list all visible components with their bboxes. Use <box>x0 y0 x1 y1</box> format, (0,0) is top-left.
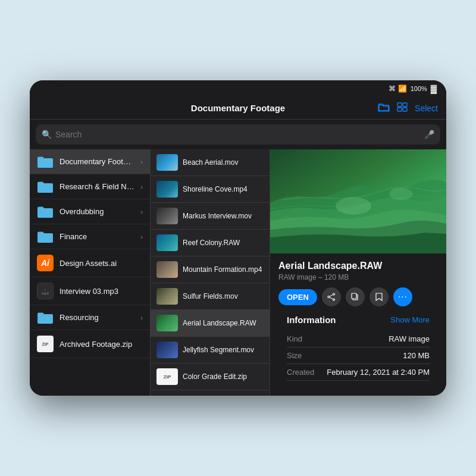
file-item-jellyfish-segment[interactable]: Jellyfish Segment.mov <box>151 337 270 364</box>
info-header: Information Show More <box>287 315 430 325</box>
file-thumb <box>156 315 178 331</box>
folder-icon <box>37 205 54 218</box>
svg-rect-3 <box>403 108 407 111</box>
more-button[interactable]: ··· <box>393 287 412 306</box>
sidebar-label-research-field-notes: Research & Field Notes <box>60 182 134 191</box>
search-icon: 🔍 <box>42 130 52 139</box>
folder-icon <box>37 155 54 168</box>
bookmark-button[interactable] <box>369 287 389 306</box>
info-row-created: Created February 12, 2021 at 2:40 PM <box>287 364 430 381</box>
file-name-reef-colony: Reef Colony.RAW <box>183 239 264 247</box>
info-row-size: Size 120 MB <box>287 347 430 364</box>
file-thumb <box>156 234 178 251</box>
info-value-kind: RAW image <box>389 334 430 343</box>
file-item-reef-colony[interactable]: Reef Colony.RAW <box>151 230 270 256</box>
sidebar-item-archived-footage[interactable]: ZIP Archived Footage.zip <box>30 330 150 358</box>
battery-text: 100% <box>411 85 427 92</box>
info-section-title: Information <box>287 315 336 325</box>
svg-point-5 <box>336 197 371 215</box>
sidebar-label-finance: Finance <box>60 232 134 241</box>
sidebar-item-research-field-notes[interactable]: Research & Field Notes › <box>30 174 150 199</box>
file-thumb <box>156 208 178 224</box>
svg-point-6 <box>389 188 413 200</box>
sidebar-label-documentary-footage: Documentary Footage <box>60 157 134 166</box>
sidebar-label-interview: Interview 03.mp3 <box>60 287 143 296</box>
svg-rect-1 <box>403 103 407 107</box>
share-button[interactable] <box>322 287 341 306</box>
device: ⌘ 📶 100% ▓ Documentary Footage Selec <box>30 80 446 396</box>
file-thumb <box>156 342 178 358</box>
search-bar[interactable]: 🔍 🎤 <box>36 124 440 145</box>
open-button[interactable]: OPEN <box>278 289 317 305</box>
file-thumb <box>156 154 178 171</box>
file-name-beach-aerial: Beach Aerial.mov <box>183 158 264 167</box>
sidebar-item-overdubbing[interactable]: Overdubbing › <box>30 199 150 224</box>
sidebar-item-interview[interactable]: ♪ mp3 Interview 03.mp3 <box>30 277 150 305</box>
sidebar-label-design-assets: Design Assets.ai <box>60 259 143 268</box>
svg-rect-13 <box>352 293 356 299</box>
file-thumb <box>156 261 178 278</box>
sidebar-item-resourcing[interactable]: Resourcing › <box>30 305 150 330</box>
title-bar-actions: Select <box>378 102 438 114</box>
mic-icon[interactable]: 🎤 <box>424 130 434 139</box>
battery-icon: ▓ <box>431 84 437 93</box>
file-name-shoreline-cove: Shoreline Cove.mp4 <box>183 185 264 193</box>
file-item-beach-aerial[interactable]: Beach Aerial.mov <box>151 149 270 176</box>
info-row-kind: Kind RAW image <box>287 331 430 347</box>
file-thumb <box>156 288 178 305</box>
sidebar-item-finance[interactable]: Finance › <box>30 224 150 249</box>
sidebar-label-resourcing: Resourcing <box>60 313 134 322</box>
show-more-button[interactable]: Show More <box>390 315 430 324</box>
svg-point-7 <box>333 293 334 295</box>
action-buttons: OPEN <box>278 287 438 306</box>
file-info-section: Aerial Landscape.RAW RAW image – 120 MB … <box>270 253 446 386</box>
info-label-kind: Kind <box>287 334 302 343</box>
file-name-mountain-formation: Mountain Formation.mp4 <box>183 265 264 274</box>
file-item-color-grade-edit[interactable]: ZIP Color Grade Edit.zip <box>151 364 270 390</box>
copy-button[interactable] <box>346 287 365 306</box>
title-bar: Documentary Footage Select <box>30 97 446 120</box>
info-value-size: 120 MB <box>403 351 430 360</box>
chevron-icon: › <box>140 314 143 321</box>
sidebar-item-design-assets[interactable]: Ai Design Assets.ai <box>30 249 150 277</box>
files-column: Beach Aerial.mov Shoreline Cove.mp4 Mark… <box>151 149 270 396</box>
info-value-created: February 12, 2021 at 2:40 PM <box>327 368 430 377</box>
file-item-mountain-formation[interactable]: Mountain Formation.mp4 <box>151 256 270 283</box>
file-item-aerial-landscape[interactable]: Aerial Landscape.RAW <box>151 310 270 337</box>
detail-file-title: Aerial Landscape.RAW <box>278 261 438 271</box>
detail-file-subtitle: RAW image – 120 MB <box>278 273 438 281</box>
svg-rect-0 <box>397 103 402 107</box>
file-name-jellyfish-segment: Jellyfish Segment.mov <box>183 346 264 354</box>
chevron-icon: › <box>140 158 143 165</box>
svg-line-10 <box>330 295 333 296</box>
file-name-aerial-landscape: Aerial Landscape.RAW <box>183 319 264 327</box>
file-thumb: ZIP <box>156 368 178 385</box>
svg-rect-2 <box>397 108 402 111</box>
svg-line-11 <box>330 298 333 299</box>
file-item-shoreline-cove[interactable]: Shoreline Cove.mp4 <box>151 176 270 203</box>
svg-point-8 <box>328 296 330 298</box>
sidebar: Documentary Footage › Research & Field N… <box>30 149 151 396</box>
sidebar-label-archived-footage: Archived Footage.zip <box>60 340 143 349</box>
preview-image <box>270 149 446 253</box>
folder-icon <box>37 311 54 324</box>
info-label-created: Created <box>287 368 314 377</box>
status-bar: ⌘ 📶 100% ▓ <box>30 80 446 97</box>
grid-icon[interactable] <box>397 102 408 114</box>
sidebar-label-overdubbing: Overdubbing <box>60 207 134 216</box>
file-name-markus-interview: Markus Interview.mov <box>183 212 264 220</box>
file-item-sulfur-fields[interactable]: Sulfur Fields.mov <box>151 283 270 310</box>
chevron-icon: › <box>140 183 143 190</box>
ai-file-icon: Ai <box>37 255 54 271</box>
file-name-color-grade-edit: Color Grade Edit.zip <box>183 372 264 381</box>
folder-icon[interactable] <box>378 102 390 114</box>
search-input[interactable] <box>55 130 421 139</box>
select-button[interactable]: Select <box>415 104 438 113</box>
sidebar-item-documentary-footage[interactable]: Documentary Footage › <box>30 149 150 174</box>
chevron-icon: › <box>140 208 143 215</box>
folder-icon <box>37 230 54 243</box>
info-label-size: Size <box>287 351 302 360</box>
file-item-markus-interview[interactable]: Markus Interview.mov <box>151 203 270 230</box>
zip-file-icon: ZIP <box>37 336 54 352</box>
file-thumb <box>156 181 178 198</box>
